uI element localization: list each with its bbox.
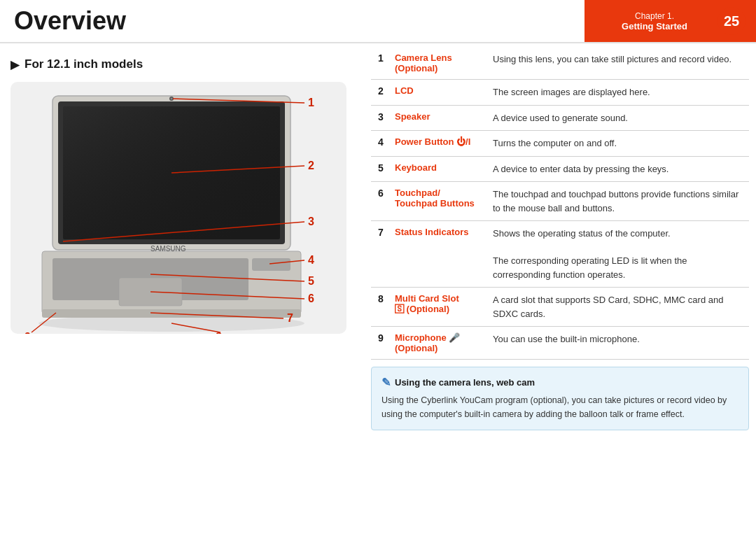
table-row: 9Microphone 🎤(Optional)You can use the b… [371, 327, 749, 360]
part-description: Turns the computer on and off. [489, 131, 749, 157]
svg-point-7 [171, 98, 173, 100]
left-panel: ▶ For 12.1 inch models [0, 43, 364, 535]
table-row: 5KeyboardA device to enter data by press… [371, 156, 749, 182]
svg-text:5: 5 [308, 275, 314, 287]
part-description: The touchpad and touchpad buttons provid… [489, 182, 749, 221]
part-description: Using this lens, you can take still pict… [489, 47, 749, 80]
main-content: ▶ For 12.1 inch models [0, 43, 756, 535]
part-name: Camera Lens(Optional) [391, 47, 489, 80]
table-row: 7Status IndicatorsShows the operating st… [371, 221, 749, 288]
svg-text:1: 1 [308, 97, 314, 108]
right-panel: 1Camera Lens(Optional)Using this lens, y… [364, 43, 756, 535]
laptop-illustration: SAMSUNG 1 2 3 4 5 [10, 82, 346, 320]
table-row: 8Multi Card Slot🅂 (Optional)A card slot … [371, 288, 749, 327]
page-title: Overview [0, 0, 584, 42]
part-description: A device to enter data by pressing the k… [489, 156, 749, 182]
part-description: You can use the built-in microphone. [489, 327, 749, 360]
note-text: Using the Cyberlink YouCam program (opti… [382, 393, 738, 421]
svg-text:3: 3 [308, 216, 314, 227]
row-number: 8 [371, 288, 391, 327]
page-number: 25 [718, 7, 746, 35]
page-header: Overview Chapter 1. Getting Started 25 [0, 0, 756, 43]
row-number: 7 [371, 221, 391, 288]
table-row: 6Touchpad/Touchpad ButtonsThe touchpad a… [371, 182, 749, 221]
parts-table: 1Camera Lens(Optional)Using this lens, y… [371, 47, 749, 360]
note-icon: ✎ [382, 376, 391, 389]
part-description: The screen images are displayed here. [489, 80, 749, 106]
part-description: A device used to generate sound. [489, 105, 749, 131]
part-name: Touchpad/Touchpad Buttons [391, 182, 489, 221]
part-name: Keyboard [391, 156, 489, 182]
row-number: 3 [371, 105, 391, 131]
chapter-info: Chapter 1. Getting Started [598, 11, 710, 31]
note-title: ✎ Using the camera lens, web cam [382, 376, 738, 389]
svg-text:8: 8 [216, 331, 222, 334]
part-name: Status Indicators [391, 221, 489, 288]
part-description: Shows the operating status of the comput… [489, 221, 749, 288]
svg-text:6: 6 [308, 292, 314, 304]
table-row: 3SpeakerA device used to generate sound. [371, 105, 749, 131]
part-name: Speaker [391, 105, 489, 131]
part-name: Multi Card Slot🅂 (Optional) [391, 288, 489, 327]
note-title-text: Using the camera lens, web cam [395, 377, 535, 388]
part-name: Power Button ⏻/I [391, 131, 489, 157]
svg-text:2: 2 [308, 160, 314, 171]
part-name: Microphone 🎤(Optional) [391, 327, 489, 360]
svg-text:SAMSUNG: SAMSUNG [150, 245, 186, 253]
row-number: 9 [371, 327, 391, 360]
note-box: ✎ Using the camera lens, web cam Using t… [371, 367, 749, 430]
arrow-icon: ▶ [10, 58, 19, 71]
svg-text:4: 4 [308, 254, 314, 266]
part-name: LCD [391, 80, 489, 106]
laptop-svg: SAMSUNG 1 2 3 4 5 [10, 82, 346, 334]
row-number: 4 [371, 131, 391, 157]
svg-text:7: 7 [287, 312, 293, 324]
chapter-subtitle: Getting Started [622, 21, 687, 31]
part-description: A card slot that supports SD Card, SDHC,… [489, 288, 749, 327]
row-number: 5 [371, 156, 391, 182]
table-row: 4Power Button ⏻/ITurns the computer on a… [371, 131, 749, 157]
table-row: 1Camera Lens(Optional)Using this lens, y… [371, 47, 749, 80]
header-chapter-area: Chapter 1. Getting Started 25 [584, 0, 756, 42]
chapter-label: Chapter 1. [635, 11, 674, 21]
svg-rect-11 [252, 258, 290, 271]
row-number: 2 [371, 80, 391, 106]
table-row: 2LCDThe screen images are displayed here… [371, 80, 749, 106]
subtitle-text: For 12.1 inch models [24, 57, 143, 71]
svg-text:9: 9 [24, 331, 31, 334]
for-models-label: ▶ For 12.1 inch models [10, 57, 354, 71]
row-number: 6 [371, 182, 391, 221]
row-number: 1 [371, 47, 391, 80]
